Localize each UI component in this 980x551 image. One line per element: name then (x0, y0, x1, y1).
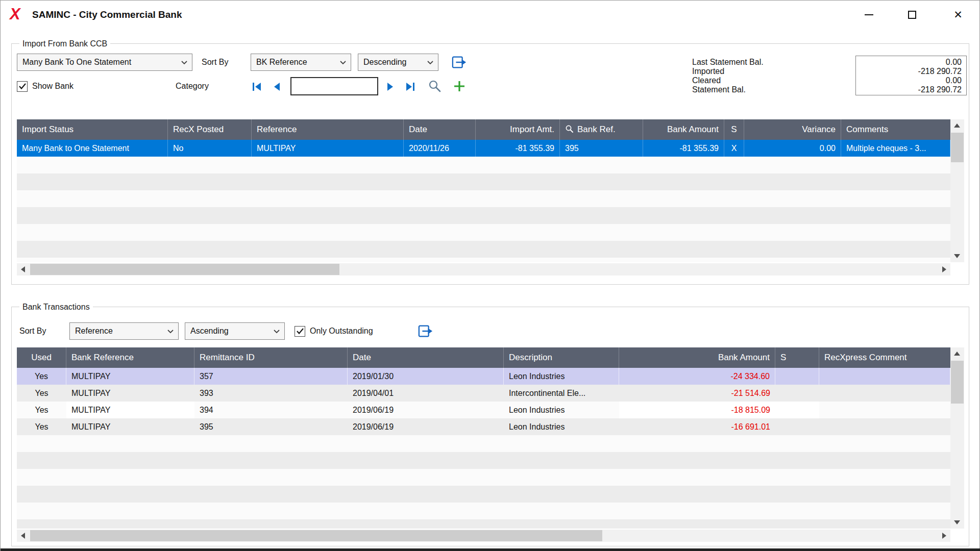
import-grid-row-selected[interactable]: Many Bank to One Statement No MULTIPAY 2… (17, 140, 950, 157)
window-title: SAMINC - City Commercial Bank (32, 1, 182, 29)
new-record-button[interactable] (452, 79, 467, 94)
statement-mode-select[interactable]: Many Bank To One Statement (17, 54, 192, 71)
import-sort-order-select[interactable]: Descending (358, 54, 438, 71)
next-record-icon (384, 80, 397, 93)
empty-grid-row (17, 241, 950, 258)
search-icon (565, 124, 574, 133)
cell-recx-posted: No (168, 140, 252, 157)
empty-grid-row (17, 452, 950, 469)
cell-remittance-id: 395 (194, 418, 348, 435)
scrollbar-thumb[interactable] (30, 530, 602, 541)
column-header-used[interactable]: Used (17, 347, 66, 368)
previous-record-button[interactable] (270, 80, 284, 94)
column-header-reference[interactable]: Reference (252, 119, 404, 140)
column-header-date[interactable]: Date (404, 119, 476, 140)
column-header-recx-posted[interactable]: RecX Posted (168, 119, 252, 140)
scroll-left-button[interactable] (17, 263, 29, 276)
scrollbar-thumb[interactable] (30, 264, 339, 275)
transactions-grid: Used Bank Reference Remittance ID Date D… (17, 347, 950, 529)
scroll-up-button[interactable] (951, 119, 963, 132)
transactions-grid-horizontal-scrollbar[interactable] (17, 530, 950, 542)
column-header-bank-amount[interactable]: Bank Amount (619, 347, 775, 368)
cell-bank-reference: MULTIPAY (66, 402, 194, 418)
bank-transactions-label: Bank Transactions (19, 302, 93, 312)
cell-bank-reference: MULTIPAY (66, 368, 194, 385)
import-grid-vertical-scrollbar[interactable] (950, 119, 964, 262)
checkbox-checked-icon (295, 326, 305, 337)
scroll-right-button[interactable] (938, 263, 950, 276)
scroll-right-button[interactable] (938, 530, 950, 542)
scrollbar-thumb[interactable] (951, 361, 964, 404)
balance-label: Cleared (692, 76, 764, 85)
empty-grid-row (17, 224, 950, 241)
minimize-icon (865, 14, 873, 15)
scrollbar-thumb[interactable] (951, 133, 964, 162)
maximize-button[interactable] (897, 1, 927, 29)
cell-bank-ref: 395 (560, 140, 643, 157)
close-button[interactable]: ✕ (943, 1, 973, 29)
column-header-s[interactable]: S (724, 119, 744, 140)
scroll-up-button[interactable] (951, 347, 963, 360)
cell-used: Yes (17, 368, 66, 385)
cell-comment (819, 402, 950, 418)
column-header-import-status[interactable]: Import Status (17, 119, 168, 140)
column-header-import-amt[interactable]: Import Amt. (476, 119, 560, 140)
import-drilldown-button[interactable] (452, 55, 467, 70)
scroll-left-button[interactable] (17, 530, 29, 542)
arrow-right-icon (942, 533, 946, 539)
cell-description: Leon Industries (504, 368, 619, 385)
empty-grid-row (17, 435, 950, 452)
column-header-bank-ref[interactable]: Bank Ref. (560, 119, 643, 140)
transaction-row[interactable]: Yes MULTIPAY 395 2019/06/19 Leon Industr… (17, 418, 950, 435)
scroll-down-button[interactable] (951, 516, 963, 529)
column-header-s[interactable]: S (775, 347, 819, 368)
arrow-left-icon (21, 266, 25, 272)
finder-button[interactable] (427, 79, 443, 94)
transactions-grid-vertical-scrollbar[interactable] (950, 347, 964, 529)
empty-grid-row (17, 258, 950, 262)
cell-description: Leon Industries (504, 402, 619, 418)
column-header-variance[interactable]: Variance (744, 119, 841, 140)
scroll-down-button[interactable] (951, 250, 963, 262)
column-header-date[interactable]: Date (348, 347, 504, 368)
transaction-row-focused[interactable]: Yes MULTIPAY 394 2019/06/19 Leon Industr… (17, 402, 950, 418)
empty-grid-row (17, 207, 950, 224)
transactions-drilldown-button[interactable] (418, 323, 433, 339)
balance-label: Statement Bal. (692, 85, 764, 94)
transaction-row[interactable]: Yes MULTIPAY 357 2019/01/30 Leon Industr… (17, 368, 950, 385)
column-header-remittance-id[interactable]: Remittance ID (194, 347, 348, 368)
arrow-up-icon (954, 352, 960, 356)
next-record-button[interactable] (383, 80, 398, 94)
transactions-sort-field-select[interactable]: Reference (69, 322, 179, 340)
cell-date: 2019/01/30 (348, 368, 504, 385)
transaction-row[interactable]: Yes MULTIPAY 393 2019/04/01 Intercontine… (17, 385, 950, 402)
column-header-recxpress-comment[interactable]: RecXpress Comment (819, 347, 950, 368)
transactions-grid-body: Yes MULTIPAY 357 2019/01/30 Leon Industr… (17, 368, 950, 529)
transactions-sort-order-select[interactable]: Ascending (185, 322, 285, 340)
cell-used: Yes (17, 402, 66, 418)
column-header-description[interactable]: Description (504, 347, 619, 368)
empty-grid-row (17, 503, 950, 519)
only-outstanding-checkbox[interactable]: Only Outstanding (295, 323, 373, 339)
cell-s (775, 368, 819, 385)
column-header-bank-reference[interactable]: Bank Reference (66, 347, 194, 368)
balance-label: Last Statement Bal. (692, 58, 764, 67)
checkbox-checked-icon (17, 81, 28, 92)
balance-value: 0.00 (856, 76, 962, 85)
last-record-icon (404, 80, 417, 93)
record-finder-input[interactable] (290, 77, 378, 95)
first-record-button[interactable] (250, 80, 264, 94)
show-bank-checkbox[interactable]: Show Bank (17, 78, 74, 94)
cell-comment (819, 368, 950, 385)
empty-grid-row (17, 519, 950, 529)
balance-value: -218 290.72 (856, 67, 962, 76)
show-bank-label: Show Bank (32, 82, 74, 91)
close-icon: ✕ (953, 9, 963, 20)
minimize-button[interactable] (853, 1, 884, 29)
last-record-button[interactable] (403, 80, 418, 94)
import-sort-field-select[interactable]: BK Reference (251, 54, 351, 71)
import-grid-horizontal-scrollbar[interactable] (17, 263, 950, 276)
cell-description: Intercontinental Ele... (504, 385, 619, 402)
column-header-bank-amount[interactable]: Bank Amount (643, 119, 724, 140)
column-header-comments[interactable]: Comments (841, 119, 950, 140)
